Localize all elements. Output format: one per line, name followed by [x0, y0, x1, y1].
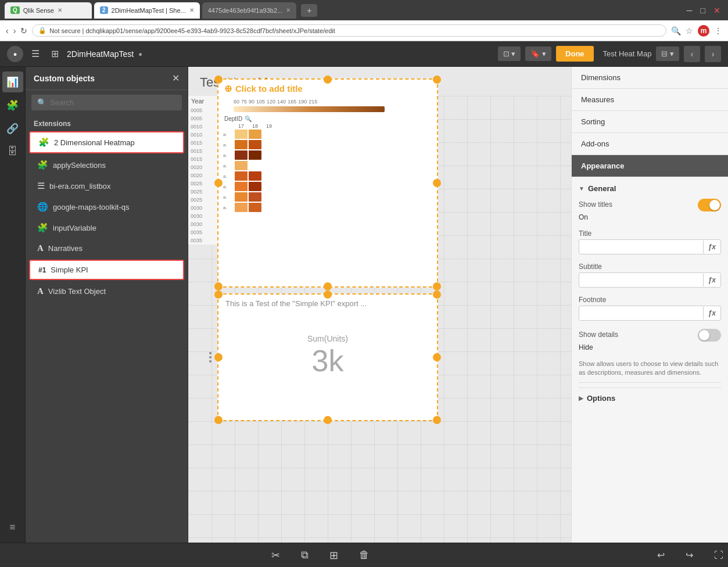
- kpi-handle-bc[interactable]: [324, 416, 332, 424]
- heatmap-rows: a. a. a. a. a.: [223, 130, 432, 212]
- search-input[interactable]: [50, 98, 176, 107]
- kpi-handle-bl[interactable]: [214, 416, 223, 424]
- kpi-widget[interactable]: This is a Test of the "Simple KPI" expor…: [217, 293, 438, 421]
- next-sheet-btn[interactable]: ›: [705, 46, 721, 62]
- heatmap-widget[interactable]: ⊕ Click to add title 60 75 90 105 120 14…: [217, 78, 438, 288]
- prev-sheet-btn[interactable]: ‹: [684, 46, 700, 62]
- search-icon-btn[interactable]: 🔍: [671, 25, 681, 37]
- charts-strip-btn[interactable]: 📊: [2, 71, 23, 92]
- footnote-fx-btn[interactable]: ƒx: [703, 307, 720, 320]
- close-browser-btn[interactable]: ✕: [711, 5, 723, 16]
- app-menu-btn[interactable]: ☰: [28, 47, 43, 60]
- menu-btn[interactable]: ⋮: [714, 25, 722, 37]
- new-tab-btn[interactable]: +: [301, 4, 317, 17]
- url-bar[interactable]: 🔒 Not secure | dchqlikapp01/sense/app/92…: [32, 24, 666, 37]
- forward-btn[interactable]: ›: [13, 26, 16, 35]
- handle-bl[interactable]: [214, 282, 223, 290]
- kpi-handle-mr[interactable]: [433, 353, 441, 361]
- handle-tl[interactable]: [214, 76, 223, 84]
- show-titles-toggle[interactable]: [698, 199, 721, 211]
- tab-measures[interactable]: Measures: [572, 89, 728, 111]
- copy-btn[interactable]: ⧉: [296, 547, 313, 564]
- tab-qlik-sense[interactable]: Q Qlik Sense ✕: [5, 2, 92, 19]
- sidebar-item-listbox[interactable]: ☰ bi-era.com_listbox: [29, 176, 184, 196]
- tab-appearance[interactable]: Appearance: [572, 155, 728, 177]
- paste-btn[interactable]: ⊞: [325, 547, 343, 564]
- handle-mr[interactable]: [433, 179, 441, 187]
- toggle-knob-titles: [709, 200, 720, 210]
- kpi-dots-menu[interactable]: [209, 352, 211, 363]
- dept-search-icon[interactable]: 🔍: [245, 116, 252, 122]
- search-box[interactable]: 🔍: [31, 95, 182, 110]
- handle-ml[interactable]: [214, 179, 223, 187]
- fullscreen-btn[interactable]: ⛶: [709, 548, 728, 563]
- kpi-handle-tr[interactable]: [433, 290, 441, 299]
- tab-heatmap[interactable]: 2 2DimHeatMapTest | She... ✕: [94, 2, 200, 19]
- layout-btn[interactable]: ⊡ ▾: [498, 46, 521, 61]
- link-strip-btn[interactable]: 🔗: [2, 118, 23, 139]
- sidebar-item-narratives[interactable]: A Narratives: [29, 239, 184, 258]
- back-btn[interactable]: ‹: [6, 26, 9, 35]
- handle-tr[interactable]: [433, 76, 441, 84]
- tab-close-heatmap[interactable]: ✕: [189, 7, 194, 13]
- title-fx-btn[interactable]: ƒx: [703, 241, 720, 253]
- subtitle-fx-btn[interactable]: ƒx: [703, 274, 720, 286]
- done-btn[interactable]: Done: [556, 46, 594, 62]
- delete-btn[interactable]: 🗑: [354, 547, 374, 564]
- user-avatar: m: [698, 25, 709, 37]
- sidebar-item-googlemaps[interactable]: 🌐 google-maps-toolkit-qs: [29, 197, 184, 217]
- puzzle-strip-btn[interactable]: 🧩: [2, 95, 23, 116]
- sidebar-item-inputvariable[interactable]: 🧩 inputVariable: [29, 218, 184, 238]
- sidebar-item-heatmap[interactable]: 🧩 2 Dimensional Heatmap: [29, 131, 184, 153]
- handle-br[interactable]: [433, 282, 441, 290]
- heatmap-inner: 60 75 90 105 120 140 165 190 215 DeptID: [218, 98, 437, 213]
- maximize-btn[interactable]: □: [698, 5, 708, 16]
- sidebar-close-btn[interactable]: ✕: [172, 73, 180, 84]
- cut-btn[interactable]: ✂: [267, 547, 285, 564]
- bookmark-toolbar-btn[interactable]: 🔖 ▾: [525, 46, 551, 61]
- show-details-toggle[interactable]: [698, 329, 721, 342]
- kpi-value: 3k: [312, 343, 344, 378]
- dept-header: DeptID 🔍: [223, 116, 432, 122]
- kpi-label: Sum(Units): [307, 334, 348, 343]
- sidebar-item-simplekpi[interactable]: #1 Simple KPI: [29, 260, 184, 280]
- redo-btn[interactable]: ↪: [681, 547, 698, 563]
- tab-dimensions[interactable]: Dimensions: [572, 67, 728, 89]
- title-input[interactable]: [579, 240, 703, 254]
- data-strip-btn[interactable]: 🗄: [2, 141, 23, 162]
- app-logo-btn[interactable]: ●: [7, 46, 23, 62]
- kpi-handle-tc[interactable]: [324, 290, 332, 299]
- list-strip-btn[interactable]: ≡: [2, 517, 23, 538]
- subtitle-input[interactable]: [579, 273, 703, 287]
- kpi-handle-tl[interactable]: [214, 290, 223, 299]
- bookmark-btn[interactable]: ☆: [686, 25, 693, 37]
- app-grid-btn[interactable]: ⊞: [48, 47, 62, 60]
- kpi-handle-br[interactable]: [433, 416, 441, 424]
- sidebar-item-applyselections[interactable]: 🧩 applySelections: [29, 155, 184, 175]
- undo-btn[interactable]: ↩: [652, 547, 669, 563]
- year-values: 0005 0005 0010 0010 0015 0015 0015 0020 …: [188, 106, 220, 245]
- sidebar-item-vizlib[interactable]: A Vizlib Text Object: [29, 282, 184, 301]
- refresh-btn[interactable]: ↻: [20, 26, 27, 35]
- show-titles-label: Show titles: [579, 200, 612, 209]
- sheet-view-btn[interactable]: ⊟ ▾: [656, 46, 679, 61]
- general-section-header[interactable]: ▼ General: [579, 184, 721, 193]
- scale-labels: 60 75 90 105 120 140 165 190 215: [223, 99, 432, 105]
- options-section-header[interactable]: ▶ Options: [579, 387, 721, 408]
- handle-tc[interactable]: [324, 76, 332, 84]
- browser-chrome: Q Qlik Sense ✕ 2 2DimHeatMapTest | She..…: [0, 0, 728, 20]
- main-layout: 📊 🧩 🔗 🗄 ≡ Custom objects ✕ 🔍 Extensions …: [0, 67, 728, 543]
- show-details-toggle-row: Show details: [579, 329, 721, 342]
- tab-close-qlik[interactable]: ✕: [58, 7, 62, 13]
- handle-bc[interactable]: [324, 282, 332, 290]
- tab-sorting[interactable]: Sorting: [572, 111, 728, 133]
- footnote-row: Footnote ƒx: [579, 296, 721, 321]
- kpi-handle-ml[interactable]: [214, 353, 223, 361]
- tab-close-extra[interactable]: ✕: [286, 7, 291, 13]
- footnote-input[interactable]: [579, 306, 703, 320]
- sheet-name: Test Heat Map: [603, 49, 652, 58]
- tab-extra[interactable]: 4475de463eb94f1a93b2... ✕: [202, 2, 296, 19]
- tab-addons[interactable]: Add-ons: [572, 133, 728, 155]
- minimize-btn[interactable]: ─: [684, 5, 695, 16]
- show-details-value: Hide: [579, 343, 593, 351]
